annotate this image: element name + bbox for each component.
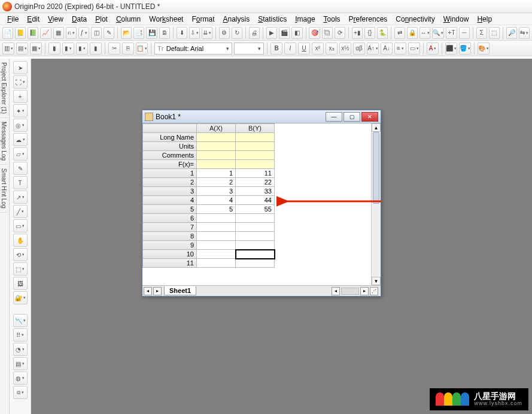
close-button[interactable]: ✕: [361, 112, 378, 122]
plot-pie-icon[interactable]: ◔: [13, 343, 28, 356]
data-cell[interactable]: 4: [197, 196, 236, 205]
lock-tool-icon[interactable]: 🔐: [13, 291, 28, 304]
data-cell[interactable]: [236, 214, 275, 223]
meta-cell[interactable]: [236, 160, 275, 169]
row-longname[interactable]: Long Name: [143, 133, 197, 142]
python-icon[interactable]: 🐍: [377, 27, 388, 39]
new-2d-plot-icon[interactable]: ⎌: [66, 27, 77, 39]
menu-file[interactable]: File: [4, 14, 22, 24]
row-header[interactable]: 2: [143, 178, 197, 187]
new-function-icon[interactable]: ƒ: [78, 27, 89, 39]
menu-statistics[interactable]: Statistics: [254, 14, 290, 24]
slide-show-icon[interactable]: ▶: [266, 27, 277, 39]
data-cell[interactable]: [197, 232, 236, 241]
meta-cell[interactable]: [197, 133, 236, 142]
pointer-tool-icon[interactable]: ➤: [13, 61, 28, 74]
row-header[interactable]: 9: [143, 241, 197, 250]
text-tool-icon[interactable]: T: [13, 176, 28, 189]
data-cell[interactable]: 55: [236, 205, 275, 214]
cut-icon[interactable]: ✂: [108, 43, 120, 55]
menu-format[interactable]: Format: [188, 14, 218, 24]
save-icon[interactable]: 💾: [146, 27, 157, 39]
data-cell[interactable]: 33: [236, 187, 275, 196]
duplicate-icon[interactable]: ⿻: [322, 27, 333, 39]
import-single-icon[interactable]: ⇩: [189, 27, 200, 39]
meta-cell[interactable]: [197, 142, 236, 151]
import-multi-icon[interactable]: ⇊: [202, 27, 212, 39]
row-header[interactable]: 1: [143, 169, 197, 178]
send-ppt-icon[interactable]: ◧: [291, 27, 302, 39]
add-text-icon[interactable]: +T: [446, 27, 457, 39]
hscroll-left[interactable]: ◂: [332, 287, 340, 295]
sheet-tab[interactable]: Sheet1: [164, 286, 196, 295]
meta-cell[interactable]: [197, 160, 236, 169]
data-cell[interactable]: 44: [236, 196, 275, 205]
meta-cell[interactable]: [236, 133, 275, 142]
data-cell[interactable]: [197, 259, 236, 268]
data-cell[interactable]: [236, 241, 275, 250]
sheet-nav-next[interactable]: ▸: [153, 287, 162, 295]
region-tool-icon[interactable]: ▱: [13, 147, 28, 161]
print-icon[interactable]: 🖨: [249, 27, 260, 39]
set-y-icon[interactable]: ▦: [30, 43, 42, 55]
stats-icon[interactable]: ⬚: [489, 27, 500, 39]
menu-window[interactable]: Window: [440, 14, 473, 24]
menu-column[interactable]: Column: [113, 14, 144, 24]
data-cell[interactable]: 11: [236, 169, 275, 178]
workbook-titlebar[interactable]: Book1 * — ▢ ✕: [142, 110, 381, 123]
row-comments[interactable]: Comments: [143, 151, 197, 160]
underline-button[interactable]: U: [298, 43, 310, 55]
menu-edit[interactable]: Edit: [23, 14, 43, 24]
col-c-icon[interactable]: ▮: [76, 43, 88, 55]
data-cell[interactable]: 2: [197, 178, 236, 187]
data-selector-tool-icon[interactable]: ◎: [13, 119, 28, 132]
rescale-icon[interactable]: ↔: [419, 27, 430, 39]
zoom-pan-tool-icon[interactable]: ⛶: [13, 75, 28, 89]
batch-process-icon[interactable]: ⚙: [219, 27, 230, 39]
superscript-button[interactable]: x²: [312, 43, 324, 55]
new-workbook-icon[interactable]: 📒: [15, 27, 26, 39]
corner-cell[interactable]: [143, 124, 197, 133]
arrow-tool-icon[interactable]: ↗: [13, 191, 28, 204]
mask-tool-icon[interactable]: ☁: [13, 133, 28, 146]
menu-plot[interactable]: Plot: [92, 14, 111, 24]
scroll-thumb[interactable]: [373, 132, 379, 204]
resize-grip[interactable]: ⋰: [370, 287, 378, 295]
menu-preferences[interactable]: Preferences: [345, 14, 391, 24]
menu-help[interactable]: Help: [473, 14, 495, 24]
column-header-a[interactable]: A(X): [197, 124, 236, 133]
font-size-select[interactable]: [234, 43, 264, 55]
data-cell[interactable]: [236, 232, 275, 241]
font-color-icon[interactable]: A: [427, 43, 439, 55]
data-cell[interactable]: [197, 241, 236, 250]
find-icon[interactable]: 🔎: [506, 27, 517, 39]
menu-connectivity[interactable]: Connectivity: [392, 14, 438, 24]
data-cell[interactable]: 3: [197, 187, 236, 196]
plot-contour-icon[interactable]: ◍: [13, 371, 28, 385]
italic-button[interactable]: I: [284, 43, 296, 55]
row-header[interactable]: 8: [143, 232, 197, 241]
col-b-icon[interactable]: ▮: [62, 43, 74, 55]
row-fx[interactable]: F(x)=: [143, 160, 197, 169]
lock-icon[interactable]: 🔒: [407, 27, 418, 39]
menu-tools[interactable]: Tools: [320, 14, 344, 24]
new-layout-icon[interactable]: ◫: [91, 27, 102, 39]
new-project-icon[interactable]: 📄: [2, 27, 13, 39]
digitize-icon[interactable]: 🎯: [309, 27, 320, 39]
plot-line-icon[interactable]: 📉: [13, 314, 28, 327]
save-template-icon[interactable]: 🗎: [159, 27, 170, 39]
plot-bar-icon[interactable]: ▤: [13, 357, 28, 370]
vertical-scrollbar[interactable]: ▲ ▼: [371, 123, 381, 285]
sigma-icon[interactable]: Σ: [476, 27, 487, 39]
data-cell-selected[interactable]: [236, 250, 275, 259]
fill-color-icon[interactable]: 🪣: [459, 43, 471, 55]
code-builder-icon[interactable]: {}: [364, 27, 375, 39]
pan-tool-icon[interactable]: ✋: [13, 234, 28, 247]
menu-data[interactable]: Data: [68, 14, 90, 24]
data-cell[interactable]: [236, 223, 275, 232]
font-decrease-icon[interactable]: A↓: [381, 43, 393, 55]
data-reader-tool-icon[interactable]: ✦: [13, 104, 28, 117]
paste-icon[interactable]: 📋: [136, 43, 148, 55]
add-column-icon[interactable]: +▮: [352, 27, 363, 39]
menu-image[interactable]: Image: [291, 14, 318, 24]
